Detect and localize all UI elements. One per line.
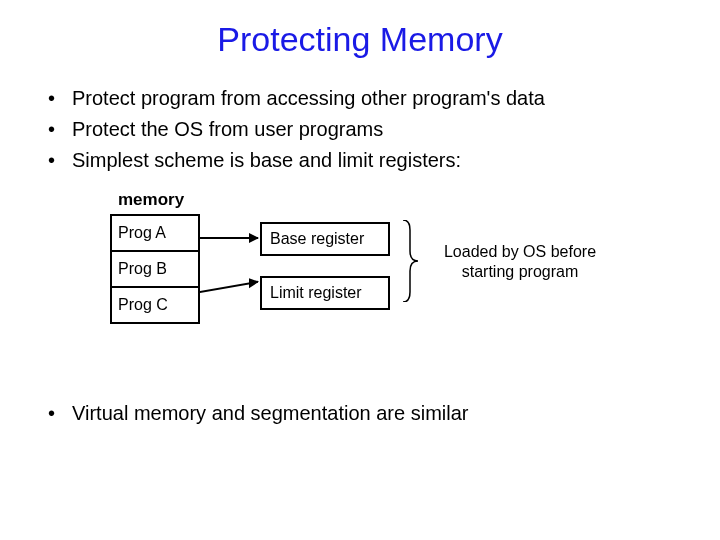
brace-icon — [400, 220, 420, 302]
arrow-to-base — [200, 237, 258, 239]
memory-label: memory — [118, 190, 184, 210]
loaded-by-os-text: Loaded by OS before starting program — [430, 242, 610, 282]
memory-diagram: memory Prog A Prog B Prog C Base registe… — [110, 190, 720, 370]
bullet-list-top: Protect program from accessing other pro… — [48, 83, 720, 176]
bullet-item: Protect the OS from user programs — [48, 114, 720, 145]
memory-cell-a: Prog A — [112, 216, 198, 252]
bullet-item: Protect program from accessing other pro… — [48, 83, 720, 114]
bullet-list-bottom: Virtual memory and segmentation are simi… — [48, 398, 720, 429]
bullet-item: Virtual memory and segmentation are simi… — [48, 398, 720, 429]
page-title: Protecting Memory — [0, 0, 720, 59]
memory-cell-b: Prog B — [112, 252, 198, 288]
bullet-item: Simplest scheme is base and limit regist… — [48, 145, 720, 176]
memory-block: Prog A Prog B Prog C — [110, 214, 200, 324]
slide: Protecting Memory Protect program from a… — [0, 0, 720, 540]
base-register-box: Base register — [260, 222, 390, 256]
arrow-to-limit — [200, 281, 258, 293]
memory-cell-c: Prog C — [112, 288, 198, 322]
limit-register-box: Limit register — [260, 276, 390, 310]
